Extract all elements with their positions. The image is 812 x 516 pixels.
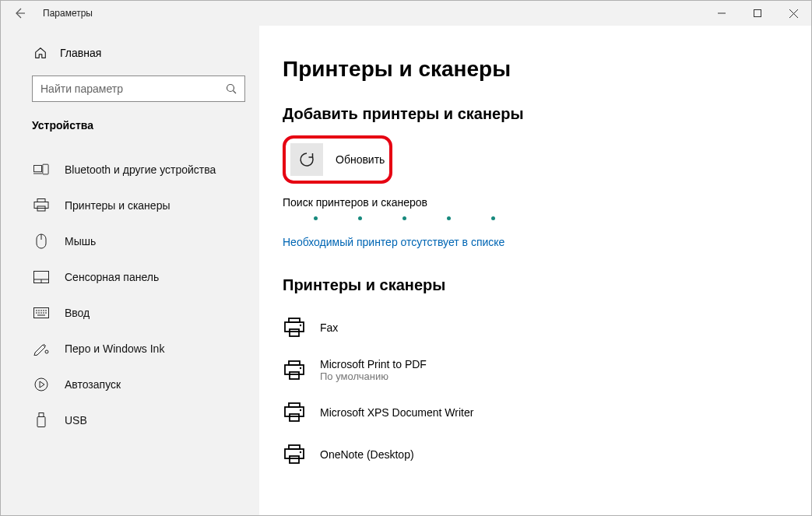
close-button[interactable] [775,1,811,26]
mouse-icon [33,233,49,249]
svg-rect-12 [39,413,44,417]
maximize-icon [754,9,761,17]
window-controls [704,1,811,26]
svg-rect-20 [290,372,299,379]
maximize-button[interactable] [740,1,775,26]
svg-rect-27 [285,449,304,458]
highlight-annotation: Обновить [283,135,392,184]
window-title: Параметры [43,8,93,19]
svg-rect-0 [754,10,761,17]
sidebar-item-touchpad[interactable]: Сенсорная панель [1,259,259,295]
printer-item-fax[interactable]: Fax [283,307,788,349]
svg-rect-15 [285,322,304,332]
sidebar-item-label: Перо и Windows Ink [65,342,164,355]
add-section-title: Добавить принтеры и сканеры [283,105,788,123]
sidebar-item-label: Мышь [65,235,96,247]
printer-device-icon [283,401,306,424]
list-section-title: Принтеры и сканеры [283,276,788,294]
svg-point-21 [300,367,301,368]
svg-point-11 [35,378,47,391]
search-box[interactable] [32,75,245,102]
sidebar-item-label: Ввод [65,307,90,319]
category-label: Устройства [1,102,259,141]
sidebar-item-label: USB [65,414,87,426]
svg-rect-3 [43,164,48,174]
printer-device-icon [283,316,306,339]
printer-item-pdf[interactable]: Microsoft Print to PDF По умолчанию [283,349,788,391]
minimize-icon [718,9,726,17]
printer-name: Microsoft XPS Document Writer [320,406,473,419]
minimize-button[interactable] [704,1,740,26]
printer-item-xps[interactable]: Microsoft XPS Document Writer [283,391,788,434]
printer-icon [33,198,49,213]
printer-not-listed-link[interactable]: Необходимый принтер отсутствует в списке [283,236,504,248]
searching-text: Поиск принтеров и сканеров [283,196,788,209]
back-button[interactable] [1,1,38,26]
devices-icon [33,162,49,177]
sidebar-item-label: Сенсорная панель [65,271,159,283]
refresh-label: Обновить [336,153,385,166]
svg-rect-13 [37,417,45,427]
printer-item-onenote[interactable]: OneNote (Desktop) [283,434,788,476]
printer-name: OneNote (Desktop) [320,448,414,461]
search-input[interactable] [33,82,218,95]
sidebar-item-pen[interactable]: Перо и Windows Ink [1,331,259,367]
sidebar-item-printers[interactable]: Принтеры и сканеры [1,188,259,223]
progress-dots [314,216,788,220]
svg-point-10 [45,350,48,353]
refresh-button[interactable]: Обновить [290,143,385,176]
sidebar-item-typing[interactable]: Ввод [1,295,259,331]
touchpad-icon [33,269,49,285]
arrow-left-icon [13,7,26,19]
main-content: Принтеры и сканеры Добавить принтеры и с… [259,26,811,515]
svg-point-25 [300,409,301,411]
svg-rect-5 [34,202,48,209]
sidebar-item-mouse[interactable]: Мышь [1,223,259,259]
home-nav[interactable]: Главная [1,41,259,68]
titlebar: Параметры [1,1,811,26]
sidebar-item-label: Автозапуск [65,378,121,391]
printer-name: Fax [320,321,338,334]
printer-name: Microsoft Print to PDF [320,358,427,370]
close-icon [789,9,798,18]
svg-rect-16 [290,329,299,336]
settings-window: Параметры Главная [0,0,812,516]
pen-icon [33,341,49,356]
printer-device-icon [283,443,306,466]
page-title: Принтеры и сканеры [283,57,788,82]
sidebar-item-bluetooth[interactable]: Bluetooth и другие устройства [1,152,259,188]
svg-rect-19 [285,365,304,374]
search-icon [218,82,244,95]
sidebar-item-label: Принтеры и сканеры [65,199,170,212]
sidebar: Главная Устройства Bluetooth и другие ус… [1,26,259,515]
printer-device-icon [283,359,306,382]
autoplay-icon [33,377,49,392]
sidebar-item-autoplay[interactable]: Автозапуск [1,367,259,402]
svg-rect-28 [290,456,299,463]
sidebar-item-usb[interactable]: USB [1,402,259,438]
printer-sublabel: По умолчанию [320,370,427,382]
svg-rect-2 [33,166,41,172]
svg-point-29 [300,451,301,453]
svg-point-17 [300,325,301,326]
keyboard-icon [33,305,49,321]
usb-icon [33,412,49,428]
svg-point-1 [227,85,234,92]
sidebar-item-label: Bluetooth и другие устройства [65,163,216,176]
svg-rect-4 [37,199,45,202]
home-icon [33,46,47,60]
home-label: Главная [60,47,101,59]
refresh-icon [298,151,315,168]
svg-rect-23 [285,407,304,416]
svg-rect-24 [290,414,299,421]
